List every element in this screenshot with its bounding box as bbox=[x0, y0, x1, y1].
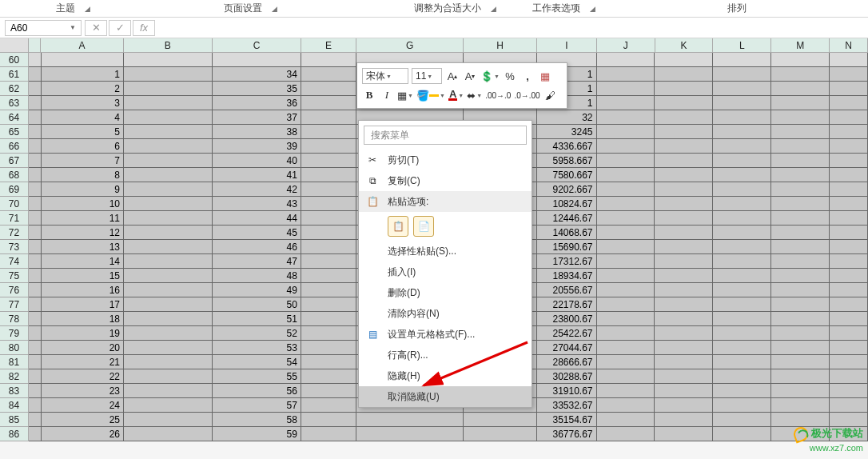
cell[interactable] bbox=[713, 427, 771, 441]
cell[interactable]: 13 bbox=[42, 240, 124, 254]
cell[interactable]: 23 bbox=[42, 384, 124, 398]
cell[interactable] bbox=[301, 341, 356, 355]
cell[interactable] bbox=[301, 82, 356, 96]
cell[interactable] bbox=[771, 355, 830, 369]
cell[interactable] bbox=[29, 312, 42, 326]
cell[interactable]: 59 bbox=[213, 427, 301, 441]
cell[interactable] bbox=[771, 384, 830, 398]
cell[interactable] bbox=[597, 398, 655, 413]
cell[interactable] bbox=[301, 197, 356, 211]
row-header[interactable]: 62 bbox=[0, 82, 29, 96]
cell[interactable] bbox=[597, 269, 655, 283]
menu-copy[interactable]: ⧉复制(C) bbox=[359, 170, 532, 191]
cell[interactable] bbox=[771, 341, 830, 355]
cell[interactable] bbox=[124, 197, 213, 211]
cell[interactable] bbox=[597, 413, 655, 427]
decrease-font-button[interactable]: A▾ bbox=[463, 68, 477, 84]
cell[interactable] bbox=[356, 413, 464, 427]
cell[interactable]: 35154.67 bbox=[537, 413, 597, 427]
cell[interactable] bbox=[597, 211, 655, 226]
cell[interactable] bbox=[29, 125, 42, 139]
cell[interactable]: 18 bbox=[42, 312, 124, 326]
cell[interactable]: 7580.667 bbox=[537, 168, 597, 182]
cell[interactable]: 34 bbox=[213, 67, 301, 82]
cell[interactable] bbox=[713, 197, 771, 211]
row-header[interactable]: 80 bbox=[0, 341, 29, 355]
cell[interactable] bbox=[830, 283, 868, 297]
cell[interactable] bbox=[655, 53, 713, 67]
cell[interactable] bbox=[124, 341, 213, 355]
cell[interactable] bbox=[830, 197, 868, 211]
cell[interactable] bbox=[830, 269, 868, 283]
cell[interactable] bbox=[655, 398, 713, 413]
cell[interactable] bbox=[597, 67, 655, 82]
cell[interactable] bbox=[124, 269, 213, 283]
cell[interactable] bbox=[713, 240, 771, 254]
cell[interactable]: 43 bbox=[213, 197, 301, 211]
paste-option-values[interactable]: 📄 bbox=[413, 216, 434, 237]
cell[interactable] bbox=[597, 197, 655, 211]
row-header[interactable]: 72 bbox=[0, 226, 29, 240]
cell[interactable]: 25422.67 bbox=[537, 326, 597, 341]
cell[interactable] bbox=[597, 96, 655, 110]
cell[interactable] bbox=[124, 96, 213, 110]
cell[interactable] bbox=[655, 369, 713, 384]
cell[interactable] bbox=[771, 254, 830, 269]
row-header[interactable]: 75 bbox=[0, 269, 29, 283]
cell[interactable] bbox=[29, 355, 42, 369]
cell[interactable]: 22 bbox=[42, 369, 124, 384]
cell[interactable] bbox=[713, 53, 771, 67]
cell[interactable] bbox=[301, 254, 356, 269]
cell[interactable]: 5 bbox=[42, 125, 124, 139]
cell[interactable]: 16 bbox=[42, 283, 124, 297]
cell[interactable] bbox=[597, 369, 655, 384]
cell[interactable] bbox=[124, 139, 213, 154]
cell[interactable]: 10824.67 bbox=[537, 197, 597, 211]
insert-function-button[interactable]: fx bbox=[133, 20, 155, 36]
menu-cut[interactable]: ✂剪切(T) bbox=[359, 150, 532, 170]
cell[interactable] bbox=[830, 384, 868, 398]
fill-color-button[interactable]: 🪣▼ bbox=[416, 87, 445, 103]
column-header[interactable]: L bbox=[713, 38, 771, 53]
cell[interactable] bbox=[124, 67, 213, 82]
cell[interactable] bbox=[29, 182, 42, 197]
cell[interactable]: 40 bbox=[213, 154, 301, 168]
cell[interactable] bbox=[713, 67, 771, 82]
cell[interactable] bbox=[830, 326, 868, 341]
cell[interactable] bbox=[124, 254, 213, 269]
cell[interactable] bbox=[29, 240, 42, 254]
cell[interactable] bbox=[29, 254, 42, 269]
menu-clear-contents[interactable]: 清除内容(N) bbox=[359, 303, 532, 324]
cell[interactable] bbox=[124, 326, 213, 341]
cell[interactable] bbox=[597, 355, 655, 369]
row-header[interactable]: 69 bbox=[0, 182, 29, 197]
cell[interactable] bbox=[771, 369, 830, 384]
ribbon-group-theme[interactable]: 主题 bbox=[53, 2, 78, 15]
cell[interactable] bbox=[29, 139, 42, 154]
cell[interactable] bbox=[655, 269, 713, 283]
cell[interactable] bbox=[301, 154, 356, 168]
cell[interactable] bbox=[713, 125, 771, 139]
cell[interactable] bbox=[29, 369, 42, 384]
cell[interactable] bbox=[713, 226, 771, 240]
cell[interactable] bbox=[655, 125, 713, 139]
bold-button[interactable]: B bbox=[362, 87, 376, 103]
dialog-launcher-icon[interactable]: ◢ bbox=[587, 5, 599, 13]
cell[interactable]: 15 bbox=[42, 269, 124, 283]
row-header[interactable]: 85 bbox=[0, 413, 29, 427]
cell[interactable] bbox=[29, 283, 42, 297]
cell[interactable] bbox=[301, 53, 356, 67]
cell[interactable] bbox=[301, 398, 356, 413]
cell[interactable] bbox=[655, 96, 713, 110]
cell[interactable]: 47 bbox=[213, 254, 301, 269]
cell[interactable] bbox=[830, 211, 868, 226]
cell[interactable] bbox=[124, 297, 213, 312]
row-header[interactable]: 67 bbox=[0, 154, 29, 168]
comma-format-button[interactable]: , bbox=[520, 68, 535, 84]
row-header[interactable]: 71 bbox=[0, 211, 29, 226]
cell[interactable] bbox=[29, 96, 42, 110]
cell[interactable] bbox=[830, 398, 868, 413]
cell[interactable] bbox=[655, 110, 713, 125]
cell[interactable]: 49 bbox=[213, 283, 301, 297]
cell[interactable] bbox=[655, 240, 713, 254]
